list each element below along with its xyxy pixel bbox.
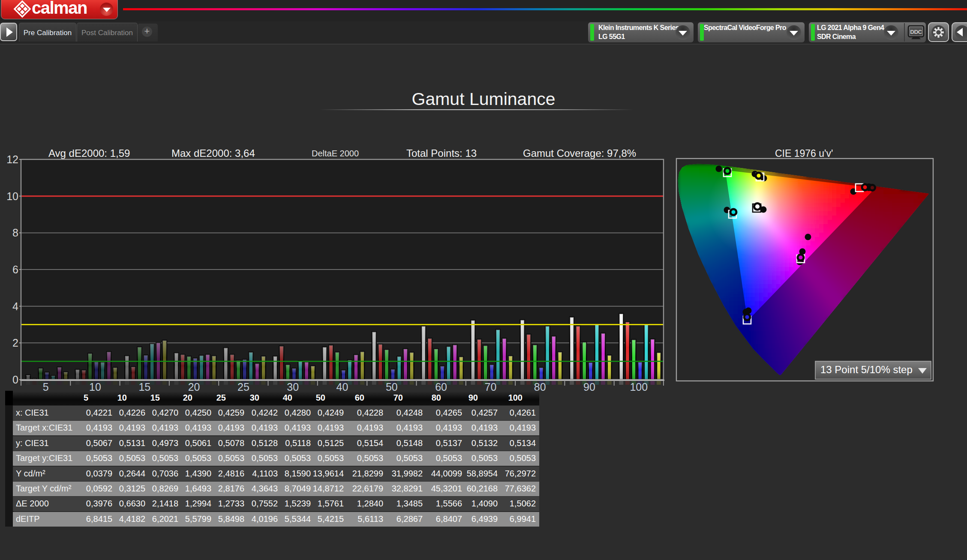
svg-text:90: 90 xyxy=(583,381,595,393)
svg-text:100: 100 xyxy=(630,381,648,393)
svg-text:0: 0 xyxy=(12,374,18,386)
svg-text:DDC: DDC xyxy=(910,29,922,35)
svg-text:8: 8 xyxy=(12,227,18,239)
svg-text:6: 6 xyxy=(12,264,18,276)
svg-text:13 Point 5/10% step: 13 Point 5/10% step xyxy=(820,364,913,375)
svg-text:4: 4 xyxy=(12,300,18,312)
svg-text:2: 2 xyxy=(12,337,18,349)
svg-text:12: 12 xyxy=(6,153,18,165)
svg-text:10: 10 xyxy=(6,190,18,202)
